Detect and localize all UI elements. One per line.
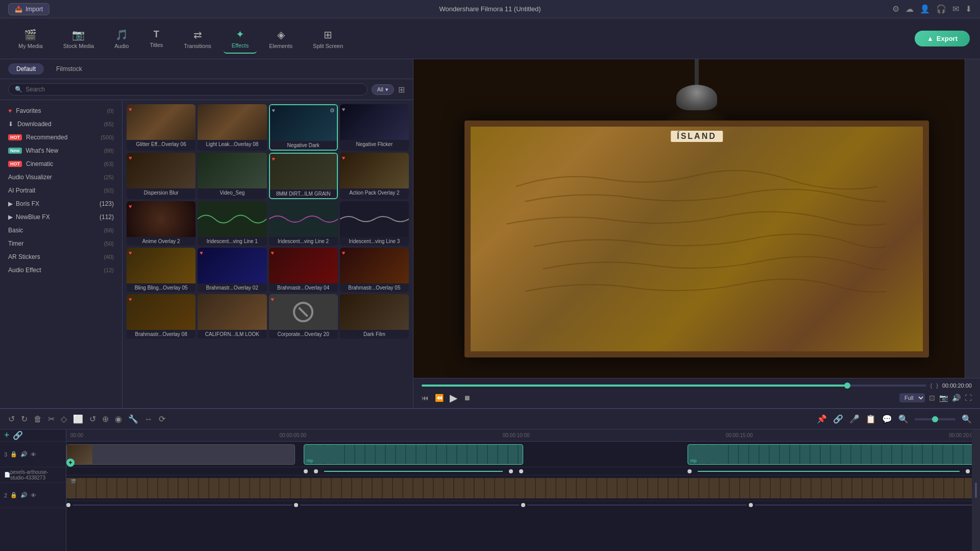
user-icon[interactable]: 👤	[920, 4, 930, 14]
toolbar-split-screen[interactable]: ⊞ Split Screen	[305, 25, 351, 53]
effect-bling[interactable]: ♥ Bling Bling...Overlay 05	[127, 248, 195, 292]
toolbar-effects[interactable]: ✦ Effects	[224, 24, 257, 54]
fit-icon[interactable]: ⊡	[929, 394, 935, 402]
color-icon[interactable]: 🔧	[128, 414, 138, 424]
toolbar-audio[interactable]: 🎵 Audio	[106, 25, 137, 53]
grid-toggle-icon[interactable]: ⊞	[398, 85, 405, 94]
effect-iridescent-3[interactable]: Iridescent...ving Line 3	[340, 201, 409, 246]
heart-fav-action: ♥	[342, 155, 346, 161]
toolbar-stock-media[interactable]: 📷 Stock Media	[55, 25, 103, 53]
sidebar-item-audio-effect[interactable]: Audio Effect (12)	[0, 263, 122, 277]
track2-visible-icon[interactable]: 👁	[31, 492, 36, 498]
effect-brahma5[interactable]: ♥ Brahmastr...Overlay 05	[340, 248, 409, 292]
effect-california[interactable]: CALIFORN...ILM LOOK	[198, 294, 266, 339]
effect-iridescent-1[interactable]: Iridescent...ving Line 1	[198, 201, 266, 246]
timeline-scroll-handle[interactable]	[972, 429, 980, 551]
link-icon[interactable]: 🔗	[13, 430, 23, 440]
tab-filmstock[interactable]: Filmstock	[48, 63, 90, 75]
effect-negative-flicker[interactable]: ♥ Negative Flicker	[340, 104, 409, 151]
rewind-button[interactable]: ⏮	[422, 394, 429, 402]
effect-video-seg[interactable]: Video_Seg	[198, 153, 266, 199]
effect-brahma2[interactable]: ♥ Brahmastr...Overlay 02	[198, 248, 266, 292]
sidebar-item-audio-visualizer[interactable]: Audio Visualizer (25)	[0, 171, 122, 184]
volume-icon[interactable]: 🔊	[952, 394, 961, 402]
sidebar-item-basic[interactable]: Basic (68)	[0, 224, 122, 237]
delete-icon[interactable]: 🗑	[34, 415, 42, 424]
sidebar-item-timer[interactable]: Timer (50)	[0, 237, 122, 250]
import-button[interactable]: 📥 Import	[8, 3, 50, 15]
quality-select[interactable]: Full 1/2 1/4	[899, 393, 925, 402]
sidebar-item-boris-fx[interactable]: ▶Boris FX (123)	[0, 197, 122, 210]
search-input[interactable]	[26, 86, 361, 93]
caption-icon[interactable]: 💬	[882, 414, 892, 424]
snap-icon[interactable]: 📌	[817, 414, 827, 424]
effect-corporate[interactable]: ♥ Corporate...Overlay 20	[269, 294, 338, 339]
effect-brahma4[interactable]: ♥ Brahmastr...Overlay 04	[269, 248, 338, 292]
sidebar-item-downloaded[interactable]: ⬇Downloaded (65)	[0, 117, 122, 131]
download-icon[interactable]: ⬇	[965, 4, 972, 14]
add-track-button[interactable]: +	[4, 430, 10, 441]
mask-icon[interactable]: ⬜	[73, 414, 83, 424]
stabilize-icon[interactable]: ⟳	[159, 414, 165, 424]
track3-visible-icon[interactable]: 👁	[31, 451, 36, 458]
record-icon[interactable]: 🎤	[849, 414, 860, 424]
clip-teal-end[interactable]: mp	[688, 444, 980, 465]
sidebar-item-recommended[interactable]: HOTRecommended (500)	[0, 131, 122, 144]
progress-bar[interactable]	[422, 385, 926, 387]
zoom-out-icon[interactable]: 🔍	[898, 414, 909, 424]
zoom-in-icon[interactable]: 🔍	[962, 414, 972, 424]
toolbar-my-media[interactable]: 🎬 My Media	[10, 25, 51, 53]
play-button[interactable]: ▶	[450, 392, 457, 404]
toolbar-titles[interactable]: T Titles	[141, 25, 172, 52]
add-clip-button[interactable]: +	[66, 459, 75, 467]
settings-icon[interactable]: ⚙	[892, 4, 899, 14]
effect-dispersion[interactable]: ♥ Dispersion Blur	[127, 153, 195, 199]
transform-icon[interactable]: ⊕	[102, 414, 109, 424]
ruler-mark-10: 00:00:10:00	[503, 433, 530, 438]
effect-dark-film[interactable]: Dark Film	[340, 294, 409, 339]
cut-icon[interactable]: ✂	[48, 414, 55, 424]
track2-filmstrip[interactable]: 🎬	[66, 478, 980, 498]
effect-light-leak[interactable]: Light Leak...Overlay 08	[198, 104, 266, 151]
track3-audio-icon[interactable]: 🔊	[20, 451, 28, 458]
headset-icon[interactable]: 🎧	[936, 4, 946, 14]
export-button[interactable]: ▲ Export	[915, 31, 970, 46]
stop-button[interactable]: ⏹	[463, 394, 471, 402]
sidebar-item-cinematic[interactable]: HOTCinematic (63)	[0, 157, 122, 171]
clip-gray-start[interactable]	[66, 444, 295, 465]
track2-lock-icon[interactable]: 🔒	[10, 492, 17, 498]
undo-icon[interactable]: ↺	[8, 414, 15, 424]
sidebar-item-favorites[interactable]: ♥Favorites (0)	[0, 104, 122, 117]
magnetic-icon[interactable]: 🔗	[833, 414, 843, 424]
sidebar-item-ai-portrait[interactable]: AI Portrait (92)	[0, 184, 122, 197]
redo-icon[interactable]: ↻	[21, 414, 28, 424]
effect-glitter[interactable]: ♥ Glitter Eff...Overlay 06	[127, 104, 195, 151]
track3-lock-icon[interactable]: 🔒	[10, 451, 17, 458]
email-icon[interactable]: ✉	[952, 4, 959, 14]
effect-8mm[interactable]: ♥ 8MM DIRT...ILM GRAIN	[269, 153, 338, 199]
speed-icon[interactable]: ↔	[144, 415, 153, 424]
step-back-button[interactable]: ⏪	[435, 394, 444, 402]
clip-teal-middle[interactable]: mp	[304, 444, 523, 465]
toolbar-elements[interactable]: ◈ Elements	[261, 25, 301, 53]
crop-icon[interactable]: ◇	[61, 414, 67, 424]
cloud-icon[interactable]: ☁	[905, 4, 914, 14]
track-icon[interactable]: 📋	[866, 414, 876, 424]
tab-default[interactable]: Default	[8, 63, 44, 75]
rotate-icon[interactable]: ↺	[89, 414, 96, 424]
sidebar-item-newblue-fx[interactable]: ▶NewBlue FX (112)	[0, 210, 122, 224]
track2-audio-icon[interactable]: 🔊	[20, 492, 28, 498]
zoom-slider[interactable]	[915, 418, 955, 420]
effect-brahma8[interactable]: ♥ Brahmastr...Overlay 08	[127, 294, 195, 339]
motion-icon[interactable]: ◉	[115, 414, 122, 424]
sidebar-item-ar-stickers[interactable]: AR Stickers (40)	[0, 250, 122, 263]
snapshot-icon[interactable]: 📷	[939, 394, 948, 402]
fullscreen-icon[interactable]: ⛶	[965, 394, 972, 402]
effect-action-pack[interactable]: ♥ Action Pack Overlay 2	[340, 153, 409, 199]
effect-iridescent-2[interactable]: Iridescent...ving Line 2	[269, 201, 338, 246]
effect-anime[interactable]: ♥ Anime Overlay 2	[127, 201, 195, 246]
filter-all-button[interactable]: All ▾	[372, 84, 394, 95]
effect-negative-dark[interactable]: ♥ ⚙ Negative Dark	[269, 104, 338, 151]
toolbar-transitions[interactable]: ⇄ Transitions	[176, 25, 219, 53]
sidebar-item-whats-new[interactable]: NewWhat's New (88)	[0, 144, 122, 157]
